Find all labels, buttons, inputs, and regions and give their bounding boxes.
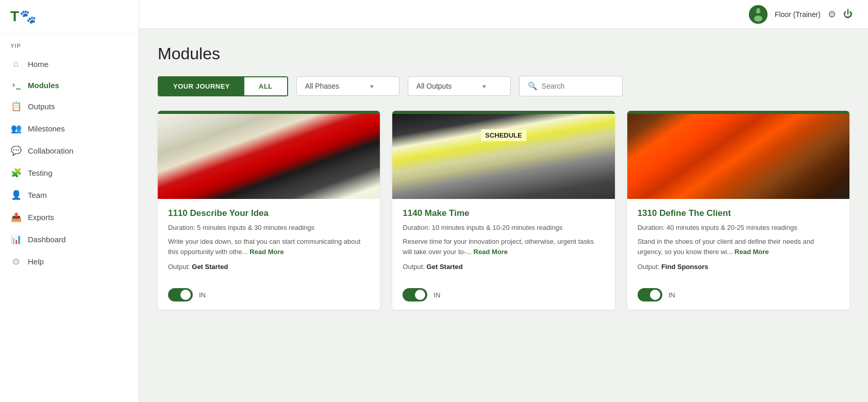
card-image-laptop: SCHEDULE (392, 114, 614, 199)
testing-icon: 🧩 (10, 167, 22, 178)
toggle-label-1310: IN (669, 291, 675, 299)
settings-icon[interactable]: ⚙ (828, 9, 836, 20)
card-desc-1140: Reserve time for your innovation project… (403, 237, 604, 257)
toggle-label-1110: IN (199, 291, 206, 299)
svg-point-2 (754, 15, 762, 22)
sidebar-item-label-testing: Testing (28, 169, 53, 177)
toggle-label-1140: IN (433, 291, 440, 299)
page-title: Modules (158, 44, 849, 63)
search-input[interactable] (542, 82, 614, 90)
card-body-1110: 1110 Describe Your Idea Duration: 5 minu… (158, 199, 380, 284)
card-title-1310: 1310 Define The Client (638, 208, 839, 219)
card-desc-1310: Stand in the shoes of your client and de… (638, 237, 839, 257)
card-image-pen (158, 114, 380, 199)
main-area: Floor (Trainer) ⚙ ⏻ Modules YOUR JOURNEY… (139, 0, 868, 402)
phases-filter[interactable]: All Phases ▾ (296, 76, 399, 96)
sidebar-item-label-home: Home (28, 60, 48, 69)
collaboration-icon: 💬 (10, 145, 22, 156)
search-icon: 🔍 (528, 81, 538, 91)
logo-animal-icon: 🐾 (20, 9, 36, 25)
module-card-1310: 1310 Define The Client Duration: 40 minu… (627, 111, 849, 310)
module-card-1140: SCHEDULE 1140 Make Time Duration: 10 min… (392, 111, 614, 310)
sidebar-item-outputs[interactable]: 📋 Outputs (0, 95, 139, 118)
card-output-value-1140: Get Started (427, 263, 463, 271)
card-output-1310: Output: Find Sponsors (638, 263, 839, 271)
toggle-1140[interactable] (403, 288, 427, 301)
card-duration-1110: Duration: 5 minutes inputs & 30 minutes … (168, 224, 370, 231)
sidebar-item-label-modules: Modules (28, 81, 59, 90)
card-title-1140: 1140 Make Time (403, 208, 604, 219)
read-more-1110[interactable]: Read More (249, 248, 283, 256)
sidebar-item-label-outputs: Outputs (28, 102, 55, 111)
filters-bar: YOUR JOURNEY ALL All Phases ▾ All Output… (158, 76, 849, 96)
card-duration-1140: Duration: 10 minutes inputs & 10-20 minu… (403, 224, 604, 231)
sidebar-item-collaboration[interactable]: 💬 Collaboration (0, 140, 139, 162)
toggle-1110[interactable] (168, 288, 193, 301)
schedule-label: SCHEDULE (481, 129, 526, 141)
card-image-shoes (627, 114, 849, 199)
sidebar-item-dashboard[interactable]: 📊 Dashboard (0, 228, 139, 250)
module-card-1110: 1110 Describe Your Idea Duration: 5 minu… (158, 111, 380, 310)
topbar-username: Floor (Trainer) (775, 10, 821, 19)
card-title-1110: 1110 Describe Your Idea (168, 208, 370, 219)
app-logo: T 🐾 (0, 0, 139, 34)
milestones-icon: 👥 (10, 123, 22, 134)
sidebar-item-label-exports: Exports (28, 213, 54, 222)
sidebar-item-team[interactable]: 👤 Team (0, 184, 139, 206)
sidebar-item-label-collaboration: Collaboration (28, 146, 73, 155)
exports-icon: 📤 (10, 212, 22, 223)
card-duration-1310: Duration: 40 minutes inputs & 20-25 minu… (638, 224, 839, 231)
team-icon: 👤 (10, 190, 22, 200)
sidebar-item-label-dashboard: Dashboard (28, 235, 65, 244)
dashboard-icon: 📊 (10, 234, 22, 245)
read-more-1140[interactable]: Read More (474, 248, 508, 256)
modules-grid: 1110 Describe Your Idea Duration: 5 minu… (158, 111, 849, 310)
card-footer-1140: IN (392, 284, 614, 310)
card-footer-1110: IN (158, 284, 380, 310)
toggle-1310[interactable] (638, 288, 662, 301)
read-more-1310[interactable]: Read More (735, 248, 769, 256)
avatar-icon (749, 5, 767, 24)
tab-all[interactable]: ALL (244, 77, 287, 95)
home-icon: ⌂ (10, 59, 22, 69)
sidebar-nav: ⌂ Home ›_ Modules 📋 Outputs 👥 Milestones… (0, 53, 139, 283)
help-icon: ⊙ (10, 256, 22, 267)
card-footer-1310: IN (627, 284, 849, 310)
logout-icon[interactable]: ⏻ (843, 9, 853, 20)
logo-text: T (10, 8, 19, 25)
sidebar-item-exports[interactable]: 📤 Exports (0, 206, 139, 228)
card-output-1110: Output: Get Started (168, 263, 370, 271)
phases-filter-label: All Phases (305, 82, 339, 90)
card-body-1140: 1140 Make Time Duration: 10 minutes inpu… (392, 199, 614, 284)
sidebar-section-yip: YIP (0, 34, 139, 53)
modules-icon: ›_ (10, 80, 22, 90)
outputs-filter[interactable]: All Outputs ▾ (408, 76, 511, 96)
outputs-filter-label: All Outputs (416, 82, 452, 90)
sidebar-item-help[interactable]: ⊙ Help (0, 250, 139, 273)
phases-chevron-icon: ▾ (370, 82, 374, 90)
card-desc-1110: Write your idea down, so that you can st… (168, 237, 370, 257)
page-content: Modules YOUR JOURNEY ALL All Phases ▾ Al… (139, 29, 868, 402)
svg-point-3 (756, 9, 757, 11)
search-box: 🔍 (519, 76, 623, 96)
avatar (749, 5, 767, 24)
tab-your-journey[interactable]: YOUR JOURNEY (159, 77, 244, 95)
sidebar: T 🐾 YIP ⌂ Home ›_ Modules 📋 Outputs 👥 Mi… (0, 0, 139, 402)
sidebar-item-home[interactable]: ⌂ Home (0, 53, 139, 75)
card-output-1140: Output: Get Started (403, 263, 604, 271)
sidebar-item-label-milestones: Milestones (28, 124, 65, 133)
sidebar-item-testing[interactable]: 🧩 Testing (0, 162, 139, 184)
svg-point-4 (760, 9, 761, 11)
journey-all-tabs: YOUR JOURNEY ALL (158, 76, 288, 96)
outputs-icon: 📋 (10, 101, 22, 112)
topbar: Floor (Trainer) ⚙ ⏻ (139, 0, 868, 29)
sidebar-item-modules[interactable]: ›_ Modules (0, 75, 139, 95)
sidebar-item-label-team: Team (28, 191, 47, 199)
card-output-value-1310: Find Sponsors (661, 263, 708, 271)
sidebar-item-milestones[interactable]: 👥 Milestones (0, 118, 139, 140)
sidebar-item-label-help: Help (28, 257, 44, 266)
outputs-chevron-icon: ▾ (482, 82, 486, 90)
card-output-value-1110: Get Started (192, 263, 228, 271)
card-body-1310: 1310 Define The Client Duration: 40 minu… (627, 199, 849, 284)
